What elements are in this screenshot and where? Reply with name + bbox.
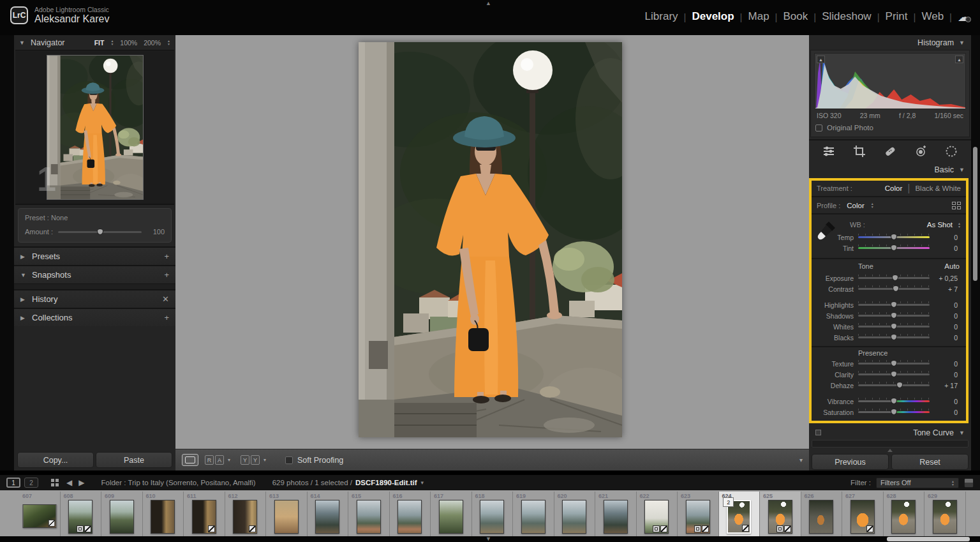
panel-presets[interactable]: ▶ Presets + <box>14 246 175 265</box>
filmstrip-thumbnail[interactable] <box>850 500 875 534</box>
previous-button[interactable]: Previous <box>812 454 889 470</box>
filmstrip-thumbnail[interactable] <box>809 500 833 534</box>
disclosure-triangle-icon[interactable]: ▶ <box>20 315 27 321</box>
filmstrip-thumbnail[interactable] <box>562 500 586 534</box>
filmstrip-scrollbar[interactable] <box>887 537 970 541</box>
slider-thumb[interactable] <box>891 409 897 415</box>
module-develop[interactable]: Develop <box>692 10 734 23</box>
edit-basic-icon[interactable] <box>821 144 836 159</box>
edit-badge-icon[interactable] <box>660 525 667 532</box>
reset-button[interactable]: Reset <box>891 454 969 470</box>
wb-value[interactable]: As Shot <box>927 221 953 229</box>
slider-thumb[interactable] <box>891 234 897 240</box>
collapse-filmstrip-icon[interactable]: ▼ <box>486 536 491 542</box>
module-print[interactable]: Print <box>886 10 908 23</box>
edit-badge-icon[interactable] <box>702 525 709 532</box>
add-preset-button[interactable]: + <box>164 252 169 261</box>
stack-count-badge[interactable]: 2 <box>723 497 734 507</box>
panel-history[interactable]: ▶ History ✕ <box>14 289 175 308</box>
slider-shadows[interactable]: Shadows 0 <box>812 310 966 321</box>
clear-history-button[interactable]: ✕ <box>162 294 169 304</box>
loupe-view-button[interactable] <box>182 454 198 466</box>
soft-proofing-checkbox[interactable] <box>285 456 293 464</box>
panel-snapshots[interactable]: ▼ Snapshots + <box>14 265 175 283</box>
split-view-left-button[interactable]: Y <box>241 455 249 465</box>
filmstrip-thumbnail[interactable] <box>192 500 216 534</box>
filmstrip-thumbnail[interactable] <box>768 500 792 534</box>
slider-dehaze[interactable]: Dehaze + 17 <box>812 380 966 391</box>
filmstrip-item[interactable]: 622 <box>637 492 678 536</box>
original-photo-checkbox[interactable] <box>815 124 822 132</box>
filmstrip-item[interactable]: 627 <box>842 492 884 536</box>
filmstrip-item[interactable]: 626 <box>801 492 843 536</box>
slider-exposure[interactable]: Exposure + 0,25 <box>812 273 966 283</box>
spinner-icon[interactable]: ▲▼ <box>871 202 874 208</box>
filmstrip-thumbnail[interactable] <box>933 500 957 534</box>
before-after-menu-icon[interactable]: ▾ <box>228 457 230 463</box>
filmstrip-thumbnail[interactable]: 2 <box>727 500 751 534</box>
highlight-clipping-icon[interactable]: ▲ <box>955 56 963 63</box>
slider-contrast[interactable]: Contrast + 7 <box>812 283 966 294</box>
filmstrip-item[interactable]: 618 <box>472 492 514 536</box>
before-after-left-button[interactable]: R <box>205 455 214 465</box>
filmstrip-item[interactable]: 609 <box>101 492 143 536</box>
healing-tool-icon[interactable] <box>882 144 898 159</box>
filmstrip-thumbnail[interactable] <box>315 500 339 534</box>
slider-thumb[interactable] <box>891 360 897 366</box>
crop-badge-icon[interactable] <box>694 525 701 532</box>
filmstrip-item[interactable]: 625 <box>760 492 801 536</box>
filmstrip-item[interactable]: 621 <box>595 492 637 536</box>
filmstrip-item[interactable]: 612 <box>225 492 267 536</box>
filmstrip-thumbnail[interactable] <box>891 500 916 534</box>
filmstrip-thumbnail[interactable] <box>480 500 504 534</box>
slider-thumb[interactable] <box>893 285 899 292</box>
edit-badge-icon[interactable] <box>866 525 873 532</box>
treatment-color-button[interactable]: Color <box>885 184 902 192</box>
grid-view-icon[interactable] <box>51 479 59 486</box>
navigator-fit-button[interactable]: FIT <box>94 39 105 47</box>
current-filename[interactable]: DSCF1890-Edit.tif <box>355 479 417 486</box>
paste-button[interactable]: Paste <box>96 452 172 468</box>
filmstrip-item[interactable]: 623 <box>678 492 719 536</box>
treatment-bw-button[interactable]: Black & White <box>915 184 961 192</box>
main-window-button[interactable]: 1 <box>6 478 20 488</box>
filmstrip-item[interactable]: 620 <box>554 492 596 536</box>
filmstrip-thumbnail[interactable] <box>357 500 381 534</box>
go-back-icon[interactable]: ◀ <box>66 478 72 487</box>
module-book[interactable]: Book <box>783 10 808 23</box>
filmstrip-item[interactable]: 615 <box>348 492 390 536</box>
split-view-right-button[interactable]: Y <box>251 455 260 465</box>
filmstrip-thumbnail[interactable] <box>521 500 546 534</box>
filmstrip-thumbnail[interactable] <box>604 500 628 534</box>
disclosure-triangle-icon[interactable]: ▶ <box>20 253 27 260</box>
edit-badge-icon[interactable] <box>249 525 256 532</box>
disclosure-triangle-icon[interactable]: ▼ <box>959 167 965 173</box>
collapse-top-panel-icon[interactable]: ▲ <box>486 0 491 6</box>
amount-slider[interactable] <box>58 231 142 233</box>
main-photo[interactable] <box>359 42 622 437</box>
edit-badge-icon[interactable] <box>208 525 215 532</box>
filmstrip-thumbnail[interactable] <box>110 500 134 534</box>
disclosure-triangle-icon[interactable]: ▼ <box>20 272 27 278</box>
second-window-button[interactable]: 2 <box>24 478 38 488</box>
filmstrip-item[interactable]: 617 <box>431 492 472 536</box>
filmstrip-item[interactable]: 6242 <box>719 492 761 536</box>
spinner-icon[interactable]: ▲▼ <box>167 40 170 45</box>
filmstrip-item[interactable]: 607 <box>19 492 61 536</box>
amount-slider-thumb[interactable] <box>97 229 103 235</box>
filmstrip-thumbnail[interactable] <box>644 500 669 534</box>
edit-badge-icon[interactable] <box>742 525 749 532</box>
histogram-header[interactable]: Histogram ▼ <box>809 35 971 50</box>
module-map[interactable]: Map <box>748 10 769 23</box>
crop-badge-icon[interactable] <box>77 525 84 532</box>
filmstrip-item[interactable]: 616 <box>390 492 431 536</box>
profile-value[interactable]: Color <box>847 202 864 209</box>
filmstrip-thumbnail[interactable] <box>274 500 299 534</box>
slider-thumb[interactable] <box>891 312 897 319</box>
basic-header[interactable]: Basic ▼ <box>809 162 971 177</box>
filmstrip-item[interactable]: 608 <box>61 492 102 536</box>
crop-tool-icon[interactable] <box>852 144 867 159</box>
filmstrip-item[interactable]: 611 <box>184 492 225 536</box>
slider-thumb[interactable] <box>891 398 897 404</box>
slider-highlights[interactable]: Highlights 0 <box>812 299 966 310</box>
